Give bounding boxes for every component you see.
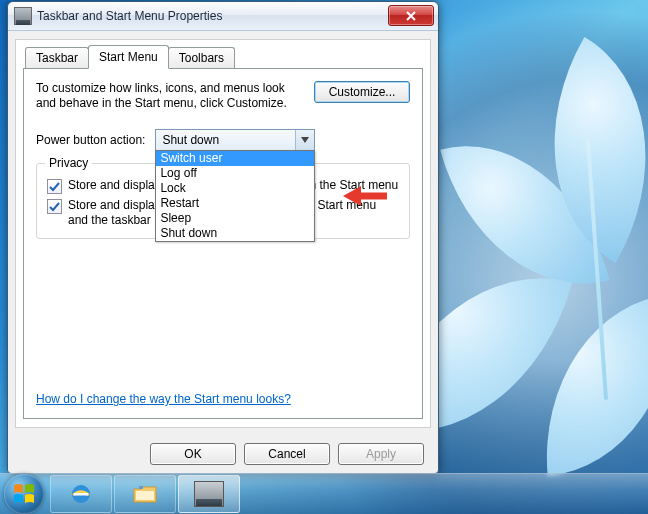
chevron-down-icon bbox=[301, 137, 309, 143]
ie-icon bbox=[67, 482, 95, 506]
tab-strip: Taskbar Start Menu Toolbars bbox=[25, 46, 423, 68]
windows-logo-icon bbox=[12, 482, 36, 506]
client-area: Taskbar Start Menu Toolbars To customize… bbox=[15, 39, 431, 428]
start-button[interactable] bbox=[4, 474, 44, 514]
power-dropdown-list: Switch user Log off Lock Restart Sleep S… bbox=[155, 150, 315, 242]
taskbar-properties-icon bbox=[194, 481, 224, 507]
tab-start-menu[interactable]: Start Menu bbox=[88, 45, 169, 69]
taskbar-properties-icon bbox=[14, 7, 32, 25]
power-button-action-combobox[interactable]: Shut down Switch user Log off Lock Resta… bbox=[155, 129, 315, 151]
power-option-switch-user[interactable]: Switch user bbox=[156, 151, 314, 166]
power-option-sleep[interactable]: Sleep bbox=[156, 211, 314, 226]
customize-description: To customize how links, icons, and menus… bbox=[36, 81, 304, 111]
titlebar[interactable]: Taskbar and Start Menu Properties bbox=[8, 2, 438, 31]
power-button-action-label: Power button action: bbox=[36, 133, 145, 147]
dialog-button-row: OK Cancel Apply bbox=[8, 435, 438, 473]
close-icon bbox=[406, 11, 416, 21]
folder-icon bbox=[131, 482, 159, 506]
power-option-log-off[interactable]: Log off bbox=[156, 166, 314, 181]
combobox-value: Shut down bbox=[156, 130, 295, 150]
help-link[interactable]: How do I change the way the Start menu l… bbox=[36, 392, 410, 406]
tab-toolbars[interactable]: Toolbars bbox=[168, 47, 235, 68]
close-button[interactable] bbox=[388, 5, 434, 26]
customize-button[interactable]: Customize... bbox=[314, 81, 410, 103]
taskbar-properties-button[interactable] bbox=[178, 475, 240, 513]
taskbar-ie-button[interactable] bbox=[50, 475, 112, 513]
dialog-window: Taskbar and Start Menu Properties Taskba… bbox=[7, 1, 439, 474]
privacy-check1[interactable] bbox=[47, 179, 62, 194]
taskbar-explorer-button[interactable] bbox=[114, 475, 176, 513]
tab-page-start-menu: To customize how links, icons, and menus… bbox=[23, 68, 423, 419]
svg-rect-3 bbox=[139, 486, 143, 489]
ok-button[interactable]: OK bbox=[150, 443, 236, 465]
cancel-button[interactable]: Cancel bbox=[244, 443, 330, 465]
svg-rect-1 bbox=[74, 493, 88, 496]
power-option-lock[interactable]: Lock bbox=[156, 181, 314, 196]
apply-button[interactable]: Apply bbox=[338, 443, 424, 465]
combobox-dropdown-button[interactable] bbox=[295, 130, 314, 150]
checkmark-icon bbox=[49, 202, 60, 212]
tab-taskbar[interactable]: Taskbar bbox=[25, 47, 89, 68]
svg-rect-2 bbox=[136, 491, 154, 500]
power-option-shut-down[interactable]: Shut down bbox=[156, 226, 314, 241]
privacy-legend: Privacy bbox=[45, 156, 92, 170]
taskbar[interactable] bbox=[0, 473, 648, 514]
checkmark-icon bbox=[49, 182, 60, 192]
power-option-restart[interactable]: Restart bbox=[156, 196, 314, 211]
window-title: Taskbar and Start Menu Properties bbox=[37, 9, 222, 23]
privacy-check2[interactable] bbox=[47, 199, 62, 214]
